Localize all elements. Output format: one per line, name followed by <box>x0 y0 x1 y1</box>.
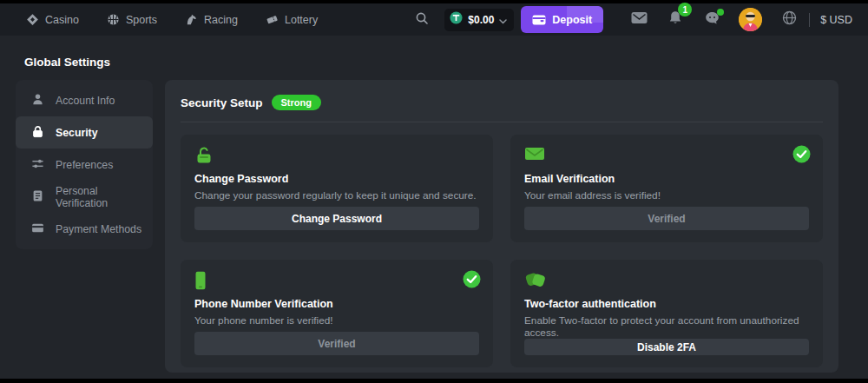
security-cards-grid: Change Password Change your password reg… <box>181 135 823 367</box>
balance-amount: $0.00 <box>468 14 494 26</box>
card-description: Your email address is verified! <box>524 189 809 201</box>
currency-label: $ USD <box>820 14 852 26</box>
nav-label: Casino <box>45 14 79 26</box>
phone-icon <box>194 271 479 290</box>
deposit-label: Deposit <box>552 14 592 26</box>
sidebar-item-label: Account Info <box>56 95 115 107</box>
nav-label: Sports <box>126 14 157 26</box>
change-password-card: Change Password Change your password reg… <box>181 135 493 242</box>
topbar: Casino Sports Racing Lottery <box>0 3 868 36</box>
card-title: Two-factor authentication <box>524 298 809 310</box>
credit-card-icon <box>31 221 44 237</box>
security-title: Security Setup <box>181 96 263 109</box>
mail-icon <box>631 11 648 28</box>
sidebar-item-label: Payment Methods <box>56 223 141 235</box>
sidebar-item-security[interactable]: Security <box>16 116 153 149</box>
phone-verification-card: Phone Number Verification Your phone num… <box>181 260 493 367</box>
settings-sidebar: Account Info Security Preferences Person… <box>16 80 153 249</box>
email-verified-button[interactable]: Verified <box>524 207 809 230</box>
card-title: Change Password <box>194 173 479 185</box>
nav-item-casino[interactable]: Casino <box>26 13 79 26</box>
header-divider <box>181 122 823 122</box>
nav-item-racing[interactable]: Racing <box>185 13 238 26</box>
currency-selector[interactable]: $ USD <box>820 14 852 26</box>
wallet-balance-chip[interactable]: $0.00 <box>444 9 514 31</box>
nav-item-lottery[interactable]: Lottery <box>266 13 318 26</box>
two-factor-card: Two-factor authentication Enable Two-fac… <box>510 260 823 367</box>
casino-diamond-icon <box>26 13 39 26</box>
topbar-right: $0.00 Deposit 1 <box>415 6 852 33</box>
topbar-divider <box>809 13 810 27</box>
card-description: Change your password regularly to keep i… <box>194 189 479 201</box>
search-icon <box>415 11 429 29</box>
card-description: Your phone number is verified! <box>194 314 479 327</box>
nav-label: Racing <box>204 14 238 26</box>
strength-badge: Strong <box>272 95 321 110</box>
tether-coin-icon <box>450 11 463 28</box>
sidebar-item-label: Security <box>56 127 98 139</box>
chat-online-dot <box>717 9 724 16</box>
racing-horse-icon <box>185 13 198 26</box>
verified-check-icon <box>792 145 811 167</box>
preferences-sliders-icon <box>31 157 44 173</box>
nav-label: Lottery <box>285 14 318 26</box>
app-window: Casino Sports Racing Lottery <box>0 3 868 379</box>
chat-button[interactable] <box>702 11 721 29</box>
nav-item-sports[interactable]: Sports <box>107 13 157 26</box>
card-description: Enable Two-factor to protect your accoun… <box>524 314 809 339</box>
main-nav: Casino Sports Racing Lottery <box>26 13 318 26</box>
wallet-icon <box>532 14 546 25</box>
lock-icon <box>31 125 44 141</box>
padlock-icon <box>194 146 479 165</box>
user-avatar[interactable] <box>739 8 762 31</box>
sidebar-item-account-info[interactable]: Account Info <box>16 84 153 116</box>
sports-ball-icon <box>107 13 120 26</box>
globe-icon <box>782 10 797 29</box>
notification-count-badge: 1 <box>678 3 692 17</box>
change-password-button[interactable]: Change Password <box>194 207 479 230</box>
sidebar-item-personal-verification[interactable]: Personal Verification <box>16 181 153 213</box>
envelope-icon <box>524 146 809 165</box>
sidebar-item-label: Preferences <box>56 159 113 171</box>
deposit-button[interactable]: Deposit <box>521 6 603 33</box>
language-button[interactable] <box>779 10 799 29</box>
security-panel: Security Setup Strong Change Password Ch… <box>165 80 838 373</box>
sidebar-item-payment-methods[interactable]: Payment Methods <box>16 213 153 245</box>
disable-2fa-button[interactable]: Disable 2FA <box>524 339 809 355</box>
id-document-icon <box>31 189 44 205</box>
search-button[interactable] <box>415 11 429 29</box>
page-title: Global Settings <box>24 56 110 69</box>
user-icon <box>31 93 44 109</box>
sidebar-item-label: Personal Verification <box>56 185 153 209</box>
chevron-down-icon <box>499 12 507 28</box>
email-verification-card: Email Verification Your email address is… <box>510 135 823 242</box>
security-header: Security Setup Strong <box>181 95 823 110</box>
notifications-button[interactable]: 1 <box>666 10 685 29</box>
card-title: Email Verification <box>524 173 809 185</box>
lottery-ticket-icon <box>266 13 279 26</box>
two-shields-icon <box>524 271 809 290</box>
phone-verified-button[interactable]: Verified <box>194 332 479 355</box>
inbox-button[interactable] <box>629 11 648 28</box>
verified-check-icon <box>463 270 481 292</box>
sidebar-item-preferences[interactable]: Preferences <box>16 149 153 181</box>
card-title: Phone Number Verification <box>194 298 479 310</box>
